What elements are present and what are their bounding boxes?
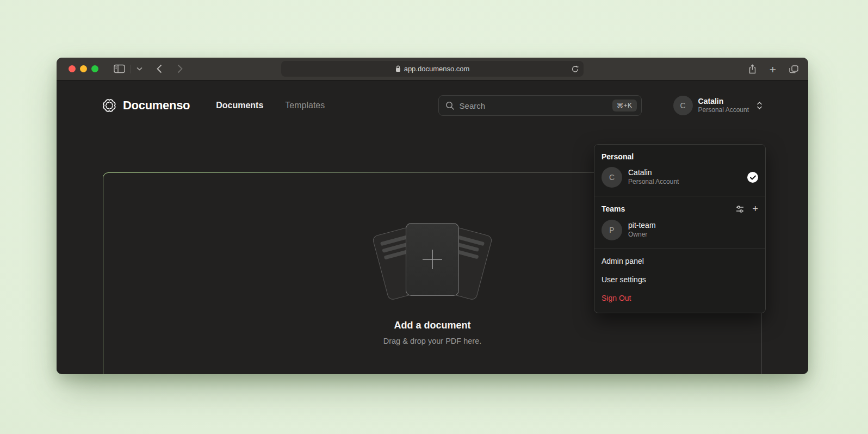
document-stack-illustration — [364, 221, 500, 302]
shortcut-badge: ⌘+K — [612, 100, 637, 111]
personal-account-name: Catalin — [628, 168, 679, 178]
browser-window: app.documenso.com + — [57, 58, 808, 374]
chevron-down-icon[interactable] — [134, 65, 145, 73]
traffic-lights — [69, 65, 98, 72]
chevrons-up-down-icon — [757, 101, 762, 110]
dropzone-title: Add a document — [394, 320, 470, 331]
reload-icon[interactable] — [572, 65, 579, 73]
account-dropdown-menu: Personal C Catalin Personal Account Team — [594, 144, 766, 313]
add-team-icon[interactable]: + — [752, 204, 758, 214]
teams-section-label: Teams — [602, 204, 625, 213]
avatar: C — [673, 96, 693, 115]
menu-item-user-settings[interactable]: User settings — [594, 270, 765, 289]
account-name: Catalin — [698, 97, 749, 106]
personal-section-label: Personal — [602, 152, 634, 161]
manage-teams-icon[interactable] — [735, 204, 745, 214]
sidebar-toggle-icon[interactable] — [111, 62, 127, 76]
app-header: Documenso Documents Templates ⌘+K C — [57, 80, 808, 131]
search-bar[interactable]: ⌘+K — [438, 95, 642, 116]
plus-icon — [421, 248, 444, 271]
url-text: app.documenso.com — [404, 65, 470, 73]
account-subtitle: Personal Account — [698, 106, 749, 115]
account-menu-button[interactable]: C Catalin Personal Account — [673, 96, 762, 115]
brand-logo-icon — [102, 98, 116, 113]
team-name: pit-team — [628, 221, 656, 231]
team-item[interactable]: P pit-team Owner — [594, 216, 765, 245]
tabs-overview-icon[interactable] — [787, 63, 801, 76]
search-input[interactable] — [460, 101, 607, 110]
app-page: Documenso Documents Templates ⌘+K C — [57, 80, 808, 374]
browser-toolbar: app.documenso.com + — [57, 58, 808, 80]
share-icon[interactable] — [746, 62, 759, 76]
check-icon — [747, 172, 758, 183]
zoom-window-button[interactable] — [91, 65, 98, 72]
new-tab-icon[interactable]: + — [767, 61, 778, 77]
address-bar[interactable]: app.documenso.com — [281, 61, 584, 77]
brand-name: Documenso — [123, 98, 190, 113]
menu-item-sign-out[interactable]: Sign Out — [594, 289, 765, 307]
avatar: C — [602, 167, 622, 188]
search-icon — [445, 101, 455, 110]
close-window-button[interactable] — [69, 65, 76, 72]
nav-documents[interactable]: Documents — [216, 101, 263, 110]
personal-account-item[interactable]: C Catalin Personal Account — [594, 163, 765, 193]
avatar: P — [602, 220, 622, 240]
minimize-window-button[interactable] — [80, 65, 87, 72]
nav-templates[interactable]: Templates — [285, 101, 325, 110]
team-role: Owner — [628, 231, 656, 239]
main-nav: Documents Templates — [216, 101, 325, 110]
brand[interactable]: Documenso — [102, 98, 190, 113]
personal-account-subtitle: Personal Account — [628, 178, 679, 187]
dropzone-subtitle: Drag & drop your PDF here. — [383, 337, 482, 345]
menu-item-admin-panel[interactable]: Admin panel — [594, 252, 765, 270]
back-icon[interactable] — [154, 62, 164, 76]
toolbar-separator — [131, 65, 131, 73]
document-card-center — [406, 223, 459, 296]
forward-icon[interactable] — [175, 62, 185, 76]
lock-icon — [395, 65, 401, 72]
